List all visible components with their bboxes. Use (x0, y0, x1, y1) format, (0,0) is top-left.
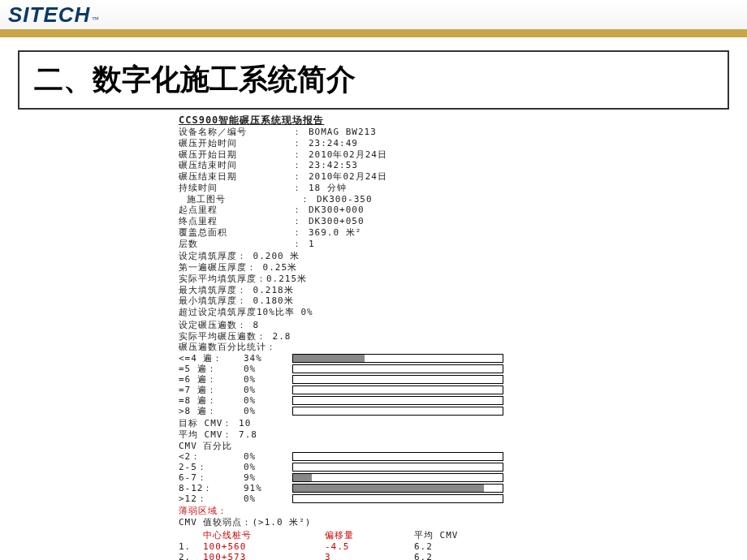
info-val: 23:24:49 (309, 138, 568, 149)
bar-track (292, 473, 503, 482)
weak-row: 2.100+57336.2 (179, 552, 568, 560)
weak-station: 100+573 (203, 552, 325, 560)
cmv-target: 目标 CMV： 10 (179, 418, 568, 429)
weak-value: 6.2 (414, 552, 503, 560)
bar-fill (293, 355, 365, 362)
bar-label: =6 遍： (179, 374, 244, 386)
info-row: 碾压开始时间：23:24:49 (179, 138, 568, 149)
info-key: 持续时间 (179, 183, 292, 194)
info-row: 施工图号：DK300-350 (179, 194, 568, 205)
info-key: 起点里程 (179, 205, 292, 216)
bar-row: >8 遍：0% (179, 406, 568, 416)
weak-zone-label: 薄弱区域： (179, 506, 568, 517)
info-row: 碾压结束日期：2010年02月24日 (179, 171, 568, 183)
bar-row: 2-5：0% (179, 462, 568, 472)
passes-header: 碾压遍数百分比统计： (179, 342, 568, 353)
info-val: 2010年02月24日 (309, 149, 568, 161)
info-val: 369.0 米² (309, 227, 568, 239)
bar-label: =8 遍： (179, 395, 244, 407)
bar-track (292, 452, 503, 461)
bar-fill (293, 474, 312, 481)
passes-set: 设定碾压遍数： 8 (179, 320, 568, 331)
bar-row: <=4 遍：34% (179, 353, 568, 364)
info-val: 2010年02月24日 (309, 171, 568, 183)
bar-label: 2-5： (179, 462, 244, 473)
info-row: 层数：1 (179, 239, 568, 250)
logo: SITECH ™ (8, 2, 99, 28)
weak-index: 1. (179, 541, 203, 553)
cmv-header: CMV 百分比 (179, 441, 568, 452)
thickness-line: 最大填筑厚度： 0.218米 (179, 285, 568, 296)
bar-row: =8 遍：0% (179, 395, 568, 406)
report-title: CCS900智能碾压系统现场报告 (179, 114, 568, 127)
bar-label: 8-12： (179, 483, 244, 494)
weak-offset: -4.5 (325, 541, 414, 553)
info-row: 起点里程：DK300+000 (179, 205, 568, 216)
thickness-block: 设定填筑厚度： 0.200 米第一遍碾压厚度： 0.25米实际平均填筑厚度：0.… (179, 251, 568, 318)
info-val: DK300+050 (309, 216, 568, 227)
bar-percent: 0% (244, 493, 292, 505)
bar-track (292, 396, 503, 405)
thickness-line: 设定填筑厚度： 0.200 米 (179, 251, 568, 262)
cmv-weak-title: CMV 值较弱点：(>1.0 米²) (179, 517, 568, 528)
bar-row: =7 遍：0% (179, 385, 568, 395)
info-row: 终点里程：DK300+050 (179, 216, 568, 227)
info-key: 碾压开始时间 (179, 138, 292, 149)
info-row: 覆盖总面积：369.0 米² (179, 227, 568, 239)
bar-label: <=4 遍： (179, 353, 244, 364)
bar-track (292, 364, 503, 373)
bar-label: =5 遍： (179, 364, 244, 375)
cmv-bars: <2：0%2-5：0%6-7：9%8-12：91%>12：0% (179, 451, 568, 504)
weak-offset: 3 (325, 552, 414, 560)
bar-track (292, 386, 503, 394)
bar-label: <2： (179, 451, 244, 463)
bar-percent: 0% (244, 451, 292, 463)
info-key: 碾压结束日期 (179, 171, 292, 183)
bar-row: >12：0% (179, 493, 568, 504)
thickness-line: 实际平均填筑厚度：0.215米 (179, 274, 568, 285)
info-key: 覆盖总面积 (179, 227, 292, 239)
info-val: 18 分钟 (309, 183, 568, 194)
pass-bars: <=4 遍：34%=5 遍：0%=6 遍：0%=7 遍：0%=8 遍：0%>8 … (179, 353, 568, 416)
weak-station: 100+560 (203, 541, 325, 553)
bar-row: <2：0% (179, 451, 568, 462)
bar-label: 6-7： (179, 472, 244, 484)
bar-track (292, 484, 503, 493)
info-key: 碾压开始日期 (179, 149, 292, 161)
report-body: CCS900智能碾压系统现场报告 设备名称／编号：BOMAG BW213碾压开始… (179, 114, 568, 560)
bar-track (292, 407, 503, 416)
info-row: 持续时间：18 分钟 (179, 183, 568, 194)
thickness-line: 超过设定填筑厚度10%比率 0% (179, 307, 568, 318)
info-key: 施工图号 (187, 194, 300, 205)
bar-percent: 34% (244, 353, 292, 364)
bar-fill (293, 485, 484, 492)
info-val: DK300-350 (317, 194, 568, 205)
thickness-line: 第一遍碾压厚度： 0.25米 (179, 262, 568, 274)
bar-label: >12： (179, 493, 244, 505)
bar-label: >8 遍： (179, 406, 244, 417)
weak-index: 2. (179, 552, 203, 560)
info-val: 23:42:53 (309, 160, 568, 171)
weak-value: 6.2 (414, 541, 503, 553)
info-key: 设备名称／编号 (179, 127, 292, 138)
cmv-weak-table: 中心线桩号 偏移量 平均 CMV 1.100+560-4.56.22.100+5… (179, 530, 568, 560)
bar-percent: 0% (244, 374, 292, 386)
bar-percent: 0% (244, 406, 292, 417)
bar-percent: 9% (244, 472, 292, 484)
logo-tm: ™ (92, 15, 99, 24)
info-key: 碾压结束时间 (179, 160, 292, 171)
weak-row: 1.100+560-4.56.2 (179, 541, 568, 553)
info-row: 碾压结束时间：23:42:53 (179, 160, 568, 171)
logo-text: SITECH (8, 2, 90, 28)
bar-percent: 0% (244, 462, 292, 473)
bar-percent: 0% (244, 395, 292, 407)
info-val: DK300+000 (309, 205, 568, 216)
bar-row: 6-7：9% (179, 472, 568, 483)
bar-track (292, 494, 503, 503)
brand-header: SITECH ™ (0, 0, 747, 34)
info-val: BOMAG BW213 (309, 127, 568, 138)
thickness-line: 最小填筑厚度： 0.180米 (179, 295, 568, 307)
cmv-avg: 平均 CMV： 7.8 (179, 429, 568, 441)
slide-title-box: 二、数字化施工系统简介 (18, 50, 729, 110)
col-center: 中心线桩号 (203, 530, 325, 541)
